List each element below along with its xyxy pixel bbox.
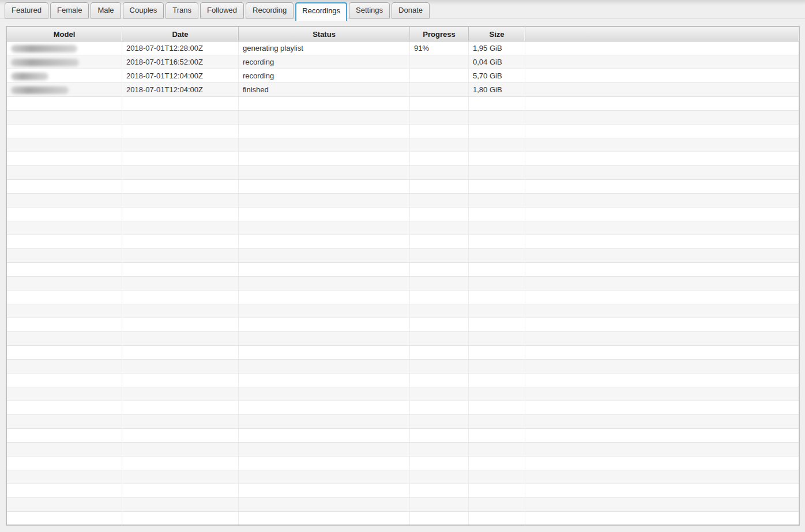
tab-bar: Featured Female Male Couples Trans Follo… — [0, 2, 805, 19]
tab-followed[interactable]: Followed — [200, 2, 244, 18]
empty-table-row — [7, 97, 799, 111]
table-cell — [7, 152, 122, 165]
column-header-date[interactable]: Date — [122, 27, 239, 41]
table-cell — [239, 429, 410, 442]
table-cell — [410, 346, 469, 359]
empty-table-row — [7, 221, 799, 235]
cell-size: 1,80 GiB — [469, 83, 525, 96]
tab-recording[interactable]: Recording — [246, 2, 294, 18]
table-cell — [410, 456, 469, 470]
redacted-model-name — [11, 86, 69, 94]
table-cell — [7, 360, 122, 373]
redacted-model-name — [11, 45, 77, 52]
table-cell — [469, 429, 525, 442]
table-cell — [410, 318, 469, 331]
table-cell — [122, 443, 239, 456]
tab-recordings[interactable]: Recordings — [295, 2, 347, 21]
table-row[interactable]: 2018-07-01T16:52:00Z recording 0,04 GiB — [7, 55, 799, 69]
table-cell — [525, 249, 799, 262]
table-cell — [239, 304, 410, 318]
table-cell — [122, 387, 239, 401]
cell-filler — [525, 55, 799, 69]
table-cell — [7, 180, 122, 193]
table-cell — [239, 332, 410, 345]
table-cell — [410, 138, 469, 152]
table-cell — [7, 235, 122, 248]
tab-trans[interactable]: Trans — [165, 2, 198, 18]
table-cell — [525, 235, 799, 248]
column-header-filler — [525, 27, 799, 41]
empty-table-row — [7, 290, 799, 304]
table-cell — [122, 470, 239, 484]
table-cell — [7, 456, 122, 470]
table-cell — [122, 484, 239, 497]
table-cell — [410, 415, 469, 428]
table-cell — [7, 470, 122, 484]
table-cell — [410, 387, 469, 401]
empty-table-row — [7, 111, 799, 124]
table-cell — [469, 512, 525, 525]
cell-size: 1,95 GiB — [469, 41, 525, 55]
table-cell — [469, 138, 525, 152]
table-cell — [410, 124, 469, 138]
table-cell — [122, 277, 239, 290]
table-cell — [525, 221, 799, 235]
table-cell — [7, 97, 122, 110]
cell-progress — [410, 69, 469, 82]
table-cell — [239, 387, 410, 401]
table-cell — [7, 166, 122, 179]
cell-size: 0,04 GiB — [469, 55, 525, 69]
table-cell — [525, 166, 799, 179]
cell-model — [7, 83, 122, 96]
tab-settings[interactable]: Settings — [349, 2, 390, 18]
table-cell — [122, 235, 239, 248]
table-cell — [122, 456, 239, 470]
tab-featured[interactable]: Featured — [5, 2, 48, 18]
tab-couples[interactable]: Couples — [123, 2, 164, 18]
table-cell — [122, 180, 239, 193]
table-cell — [7, 512, 122, 525]
table-cell — [469, 443, 525, 456]
table-cell — [239, 249, 410, 262]
table-cell — [469, 97, 525, 110]
table-cell — [525, 470, 799, 484]
table-cell — [525, 387, 799, 401]
table-cell — [122, 221, 239, 235]
column-header-status[interactable]: Status — [239, 27, 410, 41]
table-row[interactable]: 2018-07-01T12:04:00Z recording 5,70 GiB — [7, 69, 799, 83]
empty-table-row — [7, 373, 799, 387]
table-cell — [410, 180, 469, 193]
table-cell — [525, 484, 799, 497]
empty-table-row — [7, 235, 799, 249]
table-cell — [469, 346, 525, 359]
table-cell — [410, 429, 469, 442]
column-header-model[interactable]: Model — [7, 27, 122, 41]
cell-filler — [525, 69, 799, 82]
empty-table-row — [7, 512, 799, 526]
cell-date: 2018-07-01T16:52:00Z — [122, 55, 239, 69]
tab-female[interactable]: Female — [50, 2, 89, 18]
table-cell — [122, 346, 239, 359]
table-cell — [469, 124, 525, 138]
table-cell — [122, 111, 239, 124]
tab-male[interactable]: Male — [91, 2, 121, 18]
table-cell — [239, 194, 410, 207]
table-row[interactable]: 2018-07-01T12:04:00Z finished 1,80 GiB — [7, 83, 799, 97]
empty-table-row — [7, 263, 799, 277]
tab-donate[interactable]: Donate — [392, 2, 430, 18]
table-cell — [7, 387, 122, 401]
table-cell — [7, 346, 122, 359]
table-cell — [122, 332, 239, 345]
column-header-size[interactable]: Size — [469, 27, 525, 41]
table-cell — [525, 415, 799, 428]
table-cell — [7, 249, 122, 262]
table-cell — [239, 263, 410, 276]
column-header-progress[interactable]: Progress — [410, 27, 469, 41]
table-cell — [239, 415, 410, 428]
table-cell — [469, 401, 525, 414]
table-cell — [7, 221, 122, 235]
cell-progress — [410, 55, 469, 69]
table-cell — [122, 304, 239, 318]
table-cell — [239, 484, 410, 497]
table-row[interactable]: 2018-07-01T12:28:00Z generating playlist… — [7, 41, 799, 55]
